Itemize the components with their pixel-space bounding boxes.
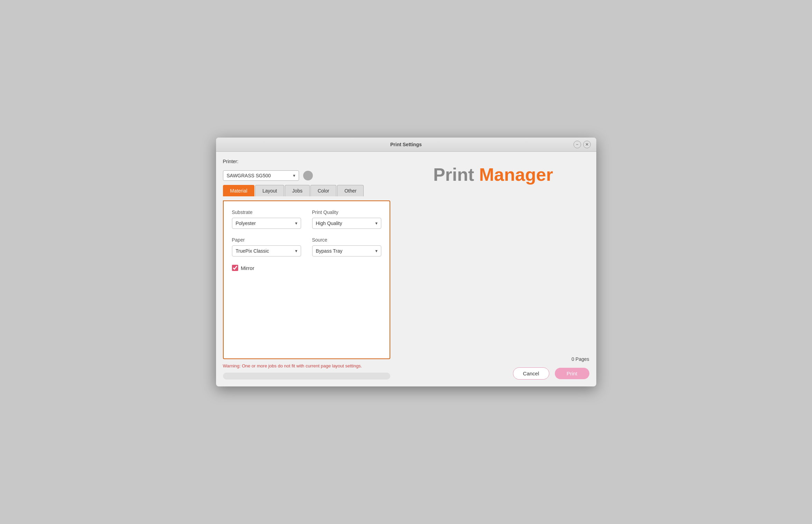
- tab-layout[interactable]: Layout: [255, 185, 284, 196]
- tab-material[interactable]: Material: [223, 185, 255, 196]
- window-title: Print Settings: [390, 142, 422, 147]
- source-field-group: Source Bypass Tray Main Tray ▼: [312, 237, 381, 256]
- print-quality-label: Print Quality: [312, 209, 381, 215]
- print-settings-window: Print Settings − ✕ Printer: SAWGRASS SG5…: [216, 138, 596, 386]
- source-select-wrapper: Bypass Tray Main Tray ▼: [312, 245, 381, 256]
- mirror-checkbox[interactable]: [232, 265, 238, 271]
- tab-color[interactable]: Color: [310, 185, 336, 196]
- substrate-label: Substrate: [232, 209, 301, 215]
- substrate-select[interactable]: Polyester Cotton Hard Substrate: [232, 218, 301, 229]
- minimize-icon: −: [576, 142, 578, 147]
- print-quality-field-group: Print Quality High Quality Standard Draf…: [312, 209, 381, 229]
- printer-select[interactable]: SAWGRASS SG500 SAWGRASS SG1000: [223, 170, 299, 181]
- source-label: Source: [312, 237, 381, 243]
- pages-count: 0 Pages: [571, 356, 589, 365]
- tab-other[interactable]: Other: [337, 185, 364, 196]
- print-quality-select-wrapper: High Quality Standard Draft ▼: [312, 218, 381, 229]
- print-quality-select[interactable]: High Quality Standard Draft: [312, 218, 381, 229]
- progress-bar-container: [223, 373, 390, 380]
- material-content-panel: Substrate Polyester Cotton Hard Substrat…: [223, 200, 390, 359]
- source-select[interactable]: Bypass Tray Main Tray: [312, 245, 381, 256]
- warning-text: Warning: One or more jobs do not fit wit…: [223, 363, 390, 368]
- cancel-button[interactable]: Cancel: [513, 367, 549, 380]
- tab-jobs[interactable]: Jobs: [285, 185, 310, 196]
- paper-select-wrapper: TruePix Classic TruePix Premium ▼: [232, 245, 301, 256]
- close-icon: ✕: [585, 142, 589, 147]
- substrate-select-wrapper: Polyester Cotton Hard Substrate ▼: [232, 218, 301, 229]
- printer-row: SAWGRASS SG500 SAWGRASS SG1000 ▼: [223, 170, 390, 181]
- tabs: Material Layout Jobs Color Other: [223, 185, 390, 196]
- left-panel: Printer: SAWGRASS SG500 SAWGRASS SG1000 …: [223, 159, 390, 380]
- print-button[interactable]: Print: [555, 368, 589, 379]
- action-buttons: Cancel Print: [513, 367, 589, 380]
- window-body: Printer: SAWGRASS SG500 SAWGRASS SG1000 …: [216, 152, 596, 386]
- window-controls: − ✕: [573, 141, 591, 148]
- brand-print: Print: [433, 165, 474, 185]
- printer-status-dot: [303, 171, 313, 180]
- brand-manager: Manager: [479, 165, 553, 185]
- paper-field-group: Paper TruePix Classic TruePix Premium ▼: [232, 237, 301, 256]
- right-bottom: 0 Pages Cancel Print: [397, 356, 589, 380]
- printer-select-wrapper: SAWGRASS SG500 SAWGRASS SG1000 ▼: [223, 170, 299, 181]
- right-panel: Print Manager 0 Pages Cancel Print: [397, 159, 589, 380]
- minimize-button[interactable]: −: [573, 141, 581, 148]
- mirror-label: Mirror: [241, 265, 254, 271]
- material-fields-grid: Substrate Polyester Cotton Hard Substrat…: [232, 209, 381, 256]
- paper-select[interactable]: TruePix Classic TruePix Premium: [232, 245, 301, 256]
- printer-label: Printer:: [223, 159, 390, 164]
- mirror-row: Mirror: [232, 265, 381, 271]
- substrate-field-group: Substrate Polyester Cotton Hard Substrat…: [232, 209, 301, 229]
- close-button[interactable]: ✕: [583, 141, 591, 148]
- paper-label: Paper: [232, 237, 301, 243]
- brand-logo: Print Manager: [433, 166, 553, 184]
- title-bar: Print Settings − ✕: [216, 138, 596, 152]
